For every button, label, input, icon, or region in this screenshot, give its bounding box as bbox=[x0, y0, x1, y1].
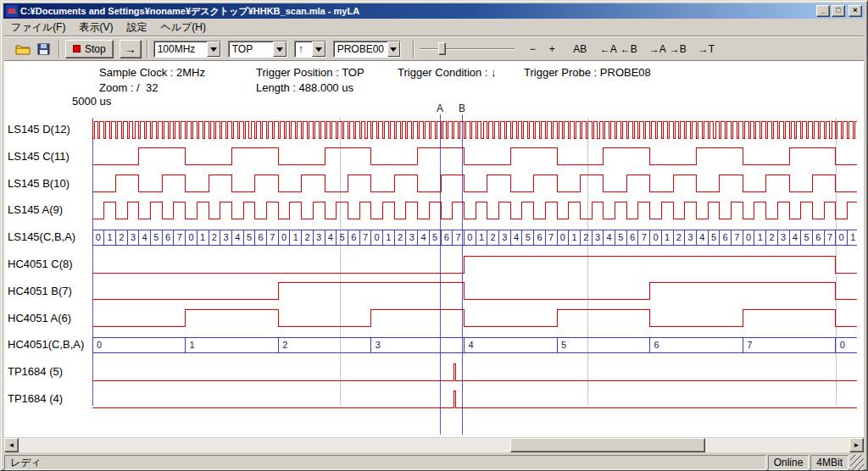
statusbar: レディ Online 4MBit bbox=[4, 455, 864, 470]
window-controls: _ □ × bbox=[816, 5, 862, 17]
jump-cursor-b-right-button[interactable]: →B bbox=[668, 40, 688, 58]
jump-cursor-a-right-button[interactable]: →A bbox=[648, 40, 668, 58]
toolbar-separator bbox=[413, 41, 415, 58]
sample-rate-select-value: 100MHz bbox=[154, 42, 207, 57]
chevron-down-icon[interactable] bbox=[387, 42, 400, 57]
trigger-probe-select-value: PROBE00 bbox=[334, 42, 387, 57]
trigger-edge-select[interactable]: ↑ bbox=[294, 41, 326, 58]
maximize-button[interactable]: □ bbox=[832, 5, 845, 17]
trigger-position-select[interactable]: TOP bbox=[228, 41, 287, 58]
app-window: C:¥Documents and Settings¥noname¥デスクトップ¥… bbox=[0, 0, 868, 471]
scroll-left-button[interactable]: ◄ bbox=[4, 438, 19, 452]
zoom-slider-track[interactable] bbox=[420, 48, 515, 50]
trigger-probe-readout: Trigger Probe : PROBE08 bbox=[524, 66, 651, 79]
sample-rate-select[interactable]: 100MHz bbox=[153, 41, 221, 58]
time-origin-label: 5000 us bbox=[72, 95, 111, 108]
chevron-down-icon[interactable] bbox=[273, 42, 287, 57]
scrollbar-thumb[interactable] bbox=[510, 438, 705, 452]
zoom-readout: Zoom : / 32 bbox=[99, 81, 158, 94]
chevron-down-icon[interactable] bbox=[312, 42, 326, 57]
minimize-button[interactable]: _ bbox=[816, 5, 830, 17]
menu-settings[interactable]: 設定 bbox=[120, 19, 153, 36]
menubar: ファイル(F)表示(V)設定ヘルプ(H) bbox=[4, 19, 864, 35]
stop-button[interactable]: Stop bbox=[65, 40, 114, 58]
sample-clock-readout: Sample Clock : 2MHz bbox=[99, 66, 205, 79]
menu-file[interactable]: ファイル(F) bbox=[4, 19, 72, 36]
stop-label: Stop bbox=[85, 43, 106, 55]
trigger-probe-select[interactable]: PROBE00 bbox=[333, 41, 401, 58]
trigger-condition-readout: Trigger Condition : ↓ bbox=[398, 66, 497, 79]
titlebar: C:¥Documents and Settings¥noname¥デスクトップ¥… bbox=[3, 3, 865, 19]
close-button[interactable]: × bbox=[849, 5, 862, 17]
menu-view[interactable]: 表示(V) bbox=[72, 19, 120, 36]
toolbar-separator bbox=[147, 41, 148, 58]
status-memory: 4MBit bbox=[810, 455, 849, 470]
jump-trigger-button[interactable]: →T bbox=[697, 40, 716, 58]
menu-help[interactable]: ヘルプ(H) bbox=[153, 19, 213, 36]
open-folder-icon bbox=[15, 43, 31, 55]
horizontal-scrollbar[interactable]: ◄ ► bbox=[4, 438, 864, 452]
toolbar-buttons: −+AB←A←B→A→B→T bbox=[523, 40, 716, 58]
cursor-ab-button[interactable]: AB bbox=[570, 40, 590, 58]
chevron-down-icon[interactable] bbox=[207, 42, 220, 57]
open-button[interactable] bbox=[13, 40, 33, 58]
length-readout: Length : 488.000 us bbox=[256, 81, 353, 94]
jump-cursor-a-left-button[interactable]: ←A bbox=[598, 40, 619, 58]
scroll-right-button[interactable]: ► bbox=[849, 438, 864, 452]
resize-grip[interactable] bbox=[850, 455, 864, 470]
menu-divider bbox=[4, 36, 864, 37]
zoom-in-button[interactable]: + bbox=[542, 40, 562, 58]
trigger-position-select-value: TOP bbox=[229, 42, 273, 57]
zoom-slider[interactable] bbox=[420, 41, 515, 58]
stop-icon bbox=[73, 45, 81, 53]
run-button[interactable]: → bbox=[120, 40, 142, 58]
window-title: C:¥Documents and Settings¥noname¥デスクトップ¥… bbox=[20, 5, 814, 18]
trigger-edge-select-value: ↑ bbox=[295, 42, 312, 57]
jump-cursor-b-left-button[interactable]: ←B bbox=[619, 40, 639, 58]
toolbar-combos: 100MHzTOP↑PROBE00 bbox=[153, 41, 408, 58]
zoom-out-button[interactable]: − bbox=[523, 40, 542, 58]
waveform-area bbox=[4, 62, 864, 437]
app-icon bbox=[6, 5, 18, 17]
zoom-slider-thumb[interactable] bbox=[438, 42, 446, 55]
toolbar-separator bbox=[58, 41, 60, 58]
save-floppy-icon bbox=[36, 42, 50, 56]
trigger-position-readout: Trigger Position : TOP bbox=[256, 66, 364, 79]
status-message: レディ bbox=[4, 455, 766, 470]
toolbar: Stop → 100MHzTOP↑PROBE00 −+AB←A←B→A→B→T bbox=[4, 38, 864, 59]
save-button[interactable] bbox=[33, 40, 53, 58]
status-online: Online bbox=[768, 455, 810, 470]
